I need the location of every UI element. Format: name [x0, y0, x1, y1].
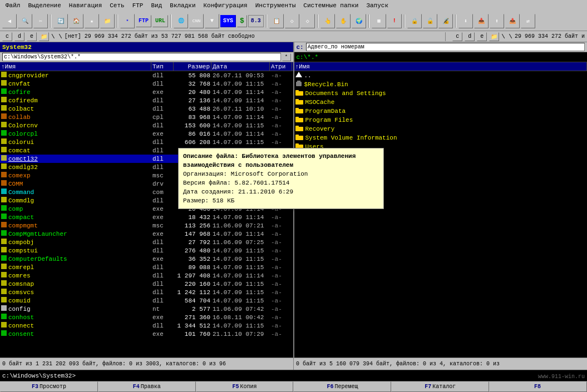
list-item[interactable]: System Volume Information [294, 133, 588, 142]
btn-excl[interactable]: ! [387, 14, 402, 28]
btn-t1[interactable]: * [120, 14, 135, 28]
btn-cnn[interactable]: CNN [189, 14, 204, 28]
menu-tools[interactable]: Инструменты [252, 2, 299, 9]
list-item[interactable]: MSOCache [294, 98, 588, 107]
menu-ftp[interactable]: FTP [129, 2, 147, 9]
menu-file[interactable]: Файл [2, 2, 23, 9]
table-row[interactable]: ComputerDefaultsexe36 35214.07.09 11:15-… [0, 255, 293, 263]
table-row[interactable]: cofireexe20 48014.07.09 11:14-a- [0, 88, 293, 96]
list-item[interactable]: Documents and Settings [294, 89, 588, 98]
table-row[interactable]: coloruidll606 20814.07.09 11:15-a- [0, 138, 293, 146]
right-file-list[interactable]: ..$Recycle.BinDocuments and SettingsMSOC… [294, 71, 588, 358]
table-row[interactable]: CompMgmtLauncherexe147 96814.07.09 11:14… [0, 230, 293, 238]
func-key-f7[interactable]: F7Каталог [391, 381, 489, 392]
btn-net[interactable]: 🌐 [174, 14, 188, 28]
btn-diamond2[interactable]: ◇ [300, 14, 315, 28]
func-key-f5[interactable]: F5Копия [196, 381, 294, 392]
table-row[interactable]: confignt2 57711.06.09 07:42-a- [0, 305, 293, 313]
menu-select[interactable]: Выделение [24, 2, 64, 9]
menu-net[interactable]: Сеть [106, 2, 127, 9]
table-row[interactable]: cngproviderdll55 80826.07.11 09:53-a- [0, 71, 293, 80]
menu-config[interactable]: Конфигурация [200, 2, 251, 9]
table-row[interactable]: comsnapdll220 16014.07.09 11:15-a- [0, 280, 293, 288]
btn-folder-right[interactable]: 📁 [489, 32, 499, 41]
btn-home[interactable]: 🏠 [69, 14, 83, 28]
left-panel-path-input[interactable] [2, 53, 281, 61]
btn-compare[interactable]: ⇄ [521, 14, 535, 28]
left-filter-btn[interactable]: * [282, 53, 291, 61]
col-size[interactable]: Размер [174, 62, 211, 71]
btn-83[interactable]: 8.3 [248, 15, 264, 27]
func-key-f6[interactable]: F6Перемещ [293, 381, 391, 392]
table-row[interactable]: compactexe18 43214.07.09 11:14-a- [0, 213, 293, 221]
col-type[interactable]: Тип [151, 62, 174, 71]
btn-dl[interactable]: 📥 [474, 14, 489, 28]
func-key-f3[interactable]: F3Просмотр [0, 381, 98, 392]
btn-down1[interactable]: ⬇ [458, 14, 473, 28]
menu-sysdirs[interactable]: Системные папки [300, 2, 362, 9]
btn-folder-left[interactable]: 📁 [39, 32, 49, 41]
list-item[interactable]: .. [294, 71, 588, 80]
drive-e-right[interactable]: e [477, 32, 487, 41]
col-attr[interactable]: Атри [270, 62, 292, 71]
menu-nav[interactable]: Навигация [66, 2, 105, 9]
btn-lock3[interactable]: 🔏 [438, 14, 453, 28]
list-item[interactable]: $Recycle.Bin [294, 80, 588, 89]
func-key-f4[interactable]: F4Правка [98, 381, 196, 392]
func-key-f8[interactable]: F8 [489, 381, 587, 392]
table-row[interactable]: colbactdll63 48826.07.11 10:10-a- [0, 105, 293, 113]
btn-diamond1[interactable]: ◇ [285, 14, 299, 28]
menu-view[interactable]: Вид [147, 2, 165, 9]
btn-ftp[interactable]: FTP [136, 15, 151, 27]
btn-folder[interactable]: 📁 [100, 14, 115, 28]
list-item[interactable]: Program Files [294, 116, 588, 125]
btn-sys[interactable]: SYS [220, 15, 236, 27]
table-row[interactable]: comuiddll584 70414.07.09 11:15-a- [0, 296, 293, 305]
btn-ul[interactable]: 📤 [505, 14, 520, 28]
table-row[interactable]: Colorcnvdll153 60014.07.09 11:15-a- [0, 121, 293, 130]
table-row[interactable]: consentexe101 76021.11.10 07:29-a- [0, 330, 293, 338]
table-row[interactable]: cnvfatdll32 76814.07.09 11:15-a- [0, 80, 293, 88]
table-row[interactable]: compmgmtmsc113 25611.06.09 07:21-a- [0, 221, 293, 230]
btn-back[interactable]: ◀ [2, 14, 17, 28]
btn-stop[interactable]: ✂ [33, 14, 48, 28]
table-row[interactable]: compobjdll27 79211.06.09 07:25-a- [0, 238, 293, 246]
drive-c-right[interactable]: c [452, 32, 462, 41]
menu-launch[interactable]: Запуск [363, 2, 392, 9]
right-col-name[interactable]: ↑Имя [294, 62, 588, 71]
btn-clip[interactable]: 📋 [269, 14, 284, 28]
drive-e-left[interactable]: e [27, 32, 37, 41]
btn-e1[interactable]: ▦ [372, 14, 386, 28]
table-row[interactable]: connectdll1 344 51214.07.09 11:15-a- [0, 321, 293, 330]
btn-lock2[interactable]: 🔓 [423, 14, 437, 28]
menu-tabs[interactable]: Вкладки [166, 2, 199, 9]
col-name[interactable]: ↑Имя [0, 62, 151, 71]
drive-c-left[interactable]: c [2, 32, 12, 41]
cmd-input[interactable] [77, 373, 585, 379]
list-item[interactable]: ProgramData [294, 107, 588, 116]
left-file-list[interactable]: cngproviderdll55 80826.07.11 09:53-a-cnv… [0, 71, 293, 358]
table-row[interactable]: comrepldll89 08814.07.09 11:15-a- [0, 263, 293, 271]
btn-dollar[interactable]: $ [237, 15, 247, 27]
right-address-input[interactable] [306, 43, 585, 51]
table-row[interactable]: compstuidll276 48014.07.09 11:15-a- [0, 246, 293, 255]
btn-url[interactable]: URL [152, 15, 168, 27]
btn-refresh[interactable]: 🔄 [53, 14, 68, 28]
btn-fwd[interactable]: 🔍 [18, 14, 32, 28]
drive-d-left[interactable]: d [14, 32, 24, 41]
table-row[interactable]: colorcplexe86 01614.07.09 11:14-a- [0, 130, 293, 138]
btn-hand2[interactable]: ✋ [336, 14, 351, 28]
col-date[interactable]: Дата [211, 62, 270, 71]
drive-d-right[interactable]: d [465, 32, 475, 41]
btn-up1[interactable]: ⬆ [490, 14, 504, 28]
btn-star[interactable]: ★ [85, 14, 99, 28]
btn-lock1[interactable]: 🔒 [407, 14, 422, 28]
table-row[interactable]: conhostexe271 36016.08.11 00:42-a- [0, 313, 293, 321]
table-row[interactable]: collabcpl83 96814.07.09 11:14-a- [0, 113, 293, 121]
table-row[interactable]: cofiredmdll27 13614.07.09 11:14-a- [0, 96, 293, 105]
btn-hand[interactable]: 👆 [320, 14, 335, 28]
table-row[interactable]: comsvcsdll1 242 11214.07.09 11:15-a- [0, 288, 293, 296]
table-row[interactable]: comresdll1 297 40814.07.09 11:14-a- [0, 271, 293, 280]
btn-filter[interactable]: ▼ [205, 14, 219, 28]
list-item[interactable]: Recovery [294, 125, 588, 133]
